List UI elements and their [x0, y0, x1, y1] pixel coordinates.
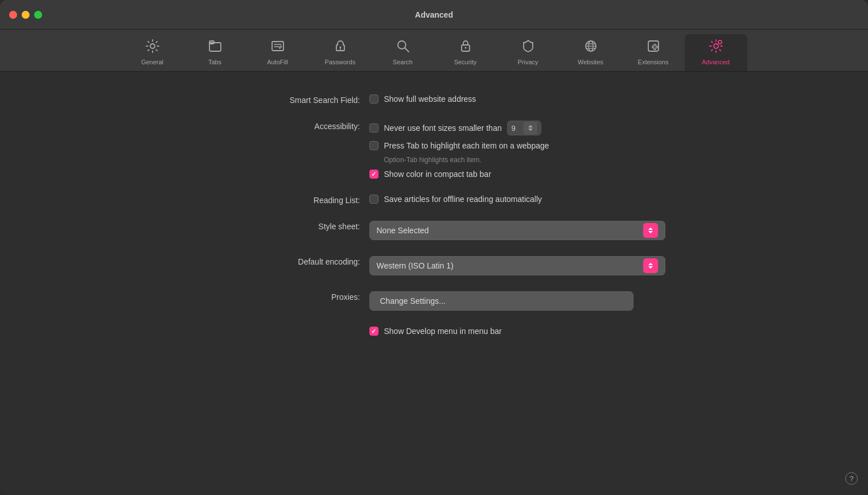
style-sheet-select[interactable]: None Selected: [369, 221, 665, 240]
tab-security[interactable]: Security: [434, 34, 497, 71]
svg-point-0: [150, 44, 155, 48]
tab-passwords[interactable]: Passwords: [309, 34, 372, 71]
tab-security-label: Security: [454, 59, 477, 65]
reading-list-row: Reading List: Save articles for offline …: [235, 195, 633, 205]
tab-passwords-label: Passwords: [325, 59, 356, 65]
save-offline-checkbox[interactable]: [369, 195, 379, 204]
help-label: ?: [849, 475, 853, 483]
websites-icon: [583, 39, 598, 56]
smart-search-label: Smart Search Field:: [235, 94, 360, 105]
press-tab-checkbox[interactable]: [369, 141, 379, 150]
extensions-icon: [646, 39, 661, 56]
security-icon: [458, 39, 473, 56]
develop-menu-row: Show Develop menu in menu bar: [235, 327, 633, 336]
font-size-chevron: [524, 122, 537, 134]
proxies-row: Proxies: Change Settings...: [235, 291, 633, 311]
develop-menu-controls: Show Develop menu in menu bar: [369, 327, 633, 336]
smart-search-row: Smart Search Field: Show full website ad…: [235, 94, 633, 105]
save-offline-label: Save articles for offline reading automa…: [384, 195, 542, 204]
change-settings-button[interactable]: Change Settings...: [369, 291, 633, 311]
close-button[interactable]: [9, 11, 17, 19]
tab-search[interactable]: Search: [372, 34, 434, 71]
show-full-address-label: Show full website address: [384, 94, 476, 104]
maximize-button[interactable]: [34, 11, 42, 19]
default-encoding-label: Default encoding:: [235, 256, 360, 266]
show-color-row: Show color in compact tab bar: [369, 170, 633, 179]
default-encoding-arrow: [643, 258, 658, 273]
tab-extensions-label: Extensions: [638, 59, 669, 65]
minimize-button[interactable]: [22, 11, 30, 19]
help-button[interactable]: ?: [845, 472, 858, 485]
style-sheet-controls: None Selected: [369, 221, 665, 240]
advanced-icon: [709, 39, 723, 56]
show-color-checkbox[interactable]: [369, 170, 379, 179]
toolbar: General Tabs AutoFill: [0, 30, 868, 72]
accessibility-label: Accessibility:: [235, 121, 360, 131]
default-encoding-value: Western (ISO Latin 1): [377, 261, 454, 270]
gear-icon: [145, 39, 160, 56]
style-sheet-value: None Selected: [377, 226, 429, 235]
style-sheet-row: Style sheet: None Selected: [235, 221, 633, 240]
tab-advanced[interactable]: Advanced: [685, 34, 747, 71]
develop-menu-spacer: [235, 327, 360, 328]
tab-websites-label: Websites: [578, 59, 603, 65]
reading-list-label: Reading List:: [235, 195, 360, 205]
accessibility-row: Accessibility: Never use font sizes smal…: [235, 121, 633, 179]
reading-list-controls: Save articles for offline reading automa…: [369, 195, 633, 204]
default-encoding-row: Default encoding: Western (ISO Latin 1): [235, 256, 633, 275]
option-tab-hint: Option-Tab highlights each item.: [384, 156, 633, 164]
autofill-icon: [270, 39, 285, 56]
search-icon: [396, 39, 410, 56]
save-offline-row: Save articles for offline reading automa…: [369, 195, 633, 204]
show-develop-checkbox[interactable]: [369, 327, 379, 336]
tabs-icon: [208, 39, 223, 56]
passwords-icon: [333, 39, 348, 56]
tab-privacy[interactable]: Privacy: [497, 34, 560, 71]
titlebar: Advanced: [0, 0, 868, 30]
tab-general-label: General: [141, 59, 163, 65]
show-full-address-row: Show full website address: [369, 94, 633, 104]
tab-autofill-label: AutoFill: [267, 59, 288, 65]
show-develop-row: Show Develop menu in menu bar: [369, 327, 633, 336]
tab-tabs-label: Tabs: [208, 59, 221, 65]
tab-privacy-label: Privacy: [517, 59, 538, 65]
tab-websites[interactable]: Websites: [560, 34, 622, 71]
show-develop-label: Show Develop menu in menu bar: [384, 327, 502, 336]
tab-general[interactable]: General: [121, 34, 184, 71]
proxies-controls: Change Settings...: [369, 291, 633, 311]
settings-grid: Smart Search Field: Show full website ad…: [235, 94, 633, 336]
privacy-icon: [521, 39, 536, 56]
smart-search-controls: Show full website address: [369, 94, 633, 104]
tab-advanced-label: Advanced: [702, 59, 730, 65]
show-full-address-checkbox[interactable]: [369, 94, 379, 104]
svg-point-18: [714, 44, 718, 48]
window-buttons: [9, 11, 42, 19]
accessibility-controls: Never use font sizes smaller than 9 Pres…: [369, 121, 633, 179]
press-tab-row: Press Tab to highlight each item on a we…: [369, 141, 633, 150]
never-font-label: Never use font sizes smaller than: [384, 123, 502, 133]
window: Advanced General Tabs: [0, 0, 868, 495]
content: Smart Search Field: Show full website ad…: [0, 72, 868, 495]
style-sheet-arrow: [643, 223, 658, 238]
style-sheet-label: Style sheet:: [235, 221, 360, 231]
tab-search-label: Search: [393, 59, 413, 65]
proxies-label: Proxies:: [235, 291, 360, 302]
tab-autofill[interactable]: AutoFill: [246, 34, 309, 71]
svg-line-9: [405, 48, 409, 52]
tab-extensions[interactable]: Extensions: [622, 34, 685, 71]
font-size-select[interactable]: 9: [507, 121, 541, 135]
default-encoding-controls: Western (ISO Latin 1): [369, 256, 665, 275]
svg-rect-3: [272, 42, 283, 51]
show-color-label: Show color in compact tab bar: [384, 170, 491, 179]
never-font-row: Never use font sizes smaller than 9: [369, 121, 633, 135]
change-settings-label: Change Settings...: [380, 296, 446, 306]
tab-tabs[interactable]: Tabs: [184, 34, 246, 71]
default-encoding-select[interactable]: Western (ISO Latin 1): [369, 256, 665, 275]
window-title: Advanced: [415, 10, 453, 19]
font-size-value: 9: [511, 124, 515, 133]
svg-point-11: [464, 47, 466, 49]
press-tab-label: Press Tab to highlight each item on a we…: [384, 141, 549, 150]
never-font-checkbox[interactable]: [369, 123, 379, 133]
